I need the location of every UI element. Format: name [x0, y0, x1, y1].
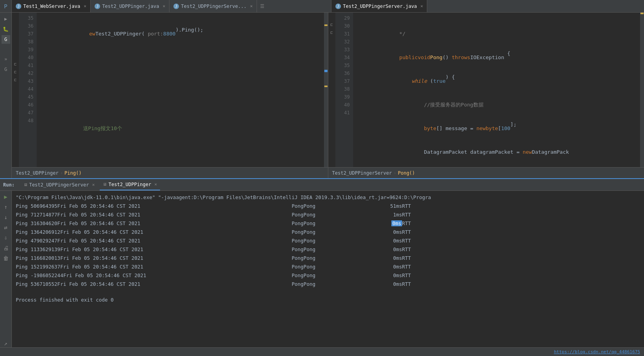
output-rtt-3: RTT	[402, 219, 411, 228]
output-rtt-1: RTT	[402, 202, 411, 211]
left-line-40	[40, 148, 324, 156]
run-left-bar: ▶ ↑ ↓ ⇄ ⇩ 🖨 🗑 ↗	[0, 191, 12, 347]
tab-close-2[interactable]: ✕	[163, 4, 166, 9]
output-ping-10: Ping 536710552Fri Feb 05 20:54:46 CST 20…	[16, 280, 292, 289]
gutter-38	[12, 36, 19, 44]
run-up-icon[interactable]: ↑	[2, 203, 10, 211]
left-code-content: ⊏ ⊏ ⊏ 3536373839 4041424344 45464748	[12, 13, 328, 167]
tab-overflow-btn[interactable]: ☰	[257, 4, 268, 9]
left-bc-class: Test2_UDPPinger	[16, 170, 58, 176]
scrollbar-marker-1	[324, 24, 328, 26]
output-finish-text: Process finished with exit code 0	[16, 296, 114, 304]
right-breadcrumb: Test2_UDPPingerServer › Pong()	[328, 167, 644, 178]
tab-icon-2: J	[95, 4, 100, 9]
sidebar-chevron-right-icon[interactable]: »	[2, 55, 10, 63]
right-scrollbar[interactable]	[640, 13, 644, 167]
output-pong-2: PongPong	[292, 211, 370, 219]
left-scrollbar[interactable]	[324, 13, 328, 167]
gutter-39	[12, 44, 19, 52]
output-pong-1: PongPong	[292, 202, 370, 211]
kw-new: ew	[89, 30, 95, 38]
run-tab-server[interactable]: 🖥 Test2_UDPPingerServer ✕	[20, 179, 98, 190]
output-pong-3: PongPong	[292, 219, 370, 228]
output-finish: Process finished with exit code 0	[16, 296, 640, 304]
rgutter-38	[328, 84, 335, 91]
right-scrollbar-marker	[640, 13, 644, 14]
highlight-0ms: 0ms	[391, 220, 402, 226]
editors-split: ⊏ ⊏ ⊏ 3536373839 4041424344 45464748	[12, 13, 644, 178]
tab-test2-udppingerserve[interactable]: J Test2_UDPPingerServe... ✕	[169, 0, 257, 12]
right-line-32: //接受服务器的Pong数据	[356, 101, 640, 109]
output-pong-4: PongPong	[292, 228, 370, 237]
gutter-45	[12, 91, 19, 99]
tab-test1-webserver[interactable]: J Test1_WebServer.java ✕	[12, 0, 91, 12]
run-print-icon[interactable]: 🖨	[2, 244, 10, 252]
left-line-35: ew Test2_UDPPinger( port: 8800).Ping();	[40, 30, 324, 38]
sidebar-extra-icon[interactable]: G	[2, 65, 10, 74]
gutter-37	[12, 28, 19, 36]
rgutter-31: ⊏	[328, 28, 335, 36]
right-code-lines: */ public void Pong() throws IOException…	[353, 13, 640, 167]
sidebar-active-icon[interactable]: G	[2, 35, 10, 44]
run-output: "C:\Program Files\Java\jdk-11.0.1\bin\ja…	[12, 191, 644, 347]
output-row-3: Ping 316304620Fri Feb 05 20:54:46 CST 20…	[16, 219, 640, 228]
gutter-43: ⊏	[12, 76, 19, 84]
tab-close-1[interactable]: ✕	[84, 4, 87, 9]
status-bar: https://blog.csdn.net/qq_44861675	[0, 347, 644, 356]
output-row-10: Ping 536710552Fri Feb 05 20:54:46 CST 20…	[16, 280, 640, 289]
output-cmd-text: "C:\Program Files\Java\jdk-11.0.1\bin\ja…	[16, 193, 431, 202]
output-row-2: Ping 712714877Fri Feb 05 20:54:46 CST 20…	[16, 211, 640, 219]
tab-close-4[interactable]: ✕	[421, 4, 423, 9]
left-gutter: ⊏ ⊏ ⊏	[12, 13, 19, 167]
tab-icon-1: J	[16, 4, 21, 9]
gutter-47	[12, 107, 19, 115]
tab-bar-left: P J Test1_WebServer.java ✕ J Test2_UDPPi…	[0, 0, 331, 12]
run-down-icon[interactable]: ↓	[2, 213, 10, 221]
right-code-editor[interactable]: ⊏ ⊏ 2930313233 3435363738	[328, 13, 644, 178]
tab-test2-udppinger[interactable]: J Test2_UDPPinger.java ✕	[91, 0, 169, 12]
run-tab-pinger[interactable]: 🖥 Test2_UDPPinger ✕	[100, 179, 160, 190]
gutter-36	[12, 21, 19, 28]
output-ms-8: 0ms	[370, 263, 402, 271]
sidebar-debug-icon[interactable]: 🐛	[2, 25, 10, 34]
sidebar-run-icon[interactable]: ▶	[2, 15, 10, 23]
rgutter-30: ⊏	[328, 21, 335, 28]
scrollbar-marker-3	[324, 86, 328, 87]
tab-icon-3: J	[173, 4, 179, 9]
output-rtt-9: RTT	[402, 271, 411, 280]
tab-close-3[interactable]: ✕	[250, 4, 253, 9]
output-row-5: Ping 479029247Fri Feb 05 20:54:46 CST 20…	[16, 237, 640, 245]
rgutter-36	[328, 68, 335, 76]
left-line-38	[40, 101, 324, 109]
rgutter-34	[328, 52, 335, 60]
run-trash-icon[interactable]: 🗑	[2, 254, 10, 262]
tab-test2-udppingerserver[interactable]: J Test2_UDPPingerServer.java ✕	[331, 0, 427, 12]
rgutter-40	[328, 99, 335, 107]
output-rtt-7: RTT	[402, 254, 411, 263]
run-tab-pinger-icon: 🖥	[103, 182, 107, 186]
gutter-35	[12, 13, 19, 21]
gutter-42: ⊏	[12, 68, 19, 76]
output-row-1: Ping 506964395Fri Feb 05 20:54:46 CST 20…	[16, 202, 640, 211]
run-tab-pinger-close[interactable]: ✕	[154, 182, 157, 187]
status-url[interactable]: https://blog.csdn.net/qq_44861675	[554, 349, 640, 354]
run-filter-icon[interactable]: ⇄	[2, 224, 10, 231]
project-icon[interactable]: P	[4, 3, 7, 9]
tab-icon-4: J	[335, 4, 341, 9]
right-line-29: */	[356, 30, 640, 38]
output-pong-10: PongPong	[292, 280, 370, 289]
run-download-icon[interactable]: ⇩	[2, 234, 10, 242]
run-tab-server-close[interactable]: ✕	[92, 182, 95, 187]
output-ping-6: Ping 1133629139Fri Feb 05 20:54:46 CST 2…	[16, 245, 292, 254]
run-play-icon[interactable]: ▶	[2, 193, 10, 201]
output-rtt-5: RTT	[402, 237, 411, 245]
run-label: Run:	[3, 182, 15, 188]
gutter-46	[12, 99, 19, 107]
tab-label-3: Test2_UDPPingerServe...	[181, 4, 246, 9]
output-pong-9: PongPong	[292, 271, 370, 280]
left-code-editor[interactable]: ⊏ ⊏ ⊏ 3536373839 4041424344 45464748	[12, 13, 328, 178]
rgutter-32	[328, 36, 335, 44]
run-expand-icon[interactable]: ↗	[2, 339, 10, 347]
left-sidebar: ▶ 🐛 G » G	[0, 13, 12, 178]
output-rtt-8: RTT	[402, 263, 411, 271]
